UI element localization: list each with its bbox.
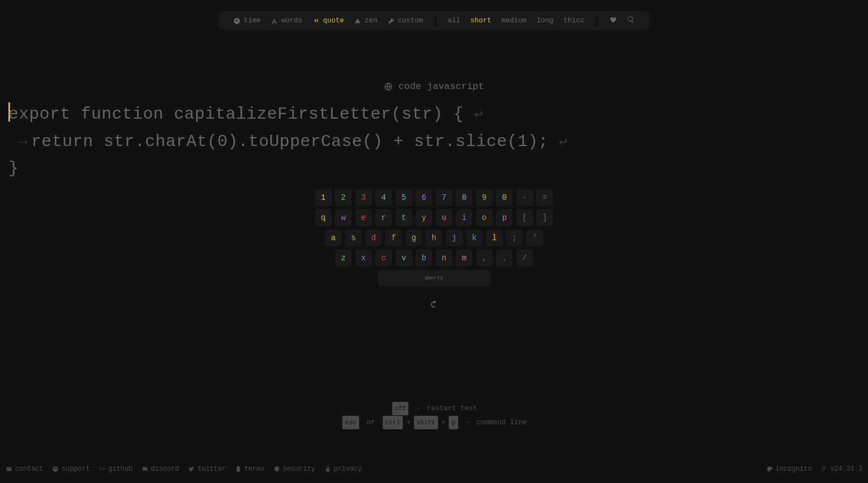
hint-commandline: esc or ctrl+shift+p - command line bbox=[341, 416, 526, 430]
extra-segment bbox=[602, 16, 641, 26]
newline-glyph: ↩ bbox=[474, 106, 483, 123]
length-thicc[interactable]: thicc bbox=[564, 17, 585, 25]
mode-time[interactable]: time bbox=[233, 17, 261, 25]
keymap-key: n bbox=[436, 250, 452, 266]
mode-custom[interactable]: custom bbox=[387, 17, 423, 25]
mode-words-label: words bbox=[281, 17, 303, 25]
newline-glyph: ↩ bbox=[559, 134, 568, 151]
keymap-key: t bbox=[395, 209, 412, 226]
language-label: code javascript bbox=[398, 81, 484, 92]
keymap-key: c bbox=[375, 250, 392, 266]
mode-quote-label: quote bbox=[323, 17, 344, 25]
zen-icon bbox=[354, 17, 361, 25]
doc-icon bbox=[235, 466, 242, 472]
keymap-key: e bbox=[355, 209, 372, 226]
keymap-space: qwerty bbox=[378, 270, 490, 287]
keymap-key: s bbox=[345, 229, 362, 246]
footer-right: incognito v24.31.3 bbox=[766, 465, 862, 473]
keycap-ctrl: ctrl bbox=[383, 416, 403, 429]
keymap-key: j bbox=[446, 229, 463, 246]
length-all[interactable]: all bbox=[448, 17, 461, 25]
hint-restart-label: restart test bbox=[427, 405, 477, 412]
keymap-key: [ bbox=[516, 209, 533, 226]
keymap-key: o bbox=[476, 209, 493, 226]
search-icon bbox=[627, 16, 635, 24]
keymap-row: qwerty bbox=[378, 270, 490, 287]
keymap-key: y bbox=[416, 209, 432, 226]
keymap-key: 6 bbox=[416, 189, 432, 206]
footer-contact[interactable]: contact bbox=[6, 465, 43, 473]
keymap-row: 1234567890-= bbox=[315, 189, 553, 206]
keymap-key: z bbox=[335, 250, 352, 266]
length-medium[interactable]: medium bbox=[502, 17, 527, 25]
keymap-key: 0 bbox=[496, 189, 513, 206]
keymap-key: ' bbox=[526, 229, 543, 246]
a-icon bbox=[271, 17, 278, 25]
keymap-key: b bbox=[416, 250, 432, 266]
length-long[interactable]: long bbox=[537, 17, 554, 25]
heart-icon bbox=[609, 16, 617, 24]
keymap-key: x bbox=[355, 250, 372, 266]
keyboard-hints: off - restart test esc or ctrl+shift+p -… bbox=[341, 402, 526, 430]
keycap-off: off bbox=[392, 402, 409, 415]
favorite-button[interactable] bbox=[609, 16, 617, 26]
typing-line-2: return str.charAt(0).toUpperCase() + str… bbox=[31, 132, 549, 151]
keymap-key: f bbox=[385, 229, 402, 246]
keymap-row: asdfghjkl;' bbox=[325, 229, 543, 246]
config-divider bbox=[435, 15, 437, 27]
length-segment: all short medium long thicc bbox=[441, 17, 592, 25]
keymap-key: a bbox=[325, 229, 342, 246]
keymap-key: i bbox=[456, 209, 473, 226]
config-divider bbox=[596, 15, 598, 27]
footer-security[interactable]: security bbox=[273, 465, 315, 473]
mode-time-label: time bbox=[244, 17, 261, 25]
keymap-key: - bbox=[516, 189, 533, 206]
keymap-key: 7 bbox=[436, 189, 452, 206]
typing-area[interactable]: export function capitalizeFirstLetter(st… bbox=[8, 101, 860, 182]
mode-zen[interactable]: zen bbox=[354, 17, 378, 25]
keymap-key: 8 bbox=[456, 189, 473, 206]
footer-discord[interactable]: discord bbox=[141, 465, 179, 473]
footer-privacy[interactable]: privacy bbox=[324, 465, 362, 473]
footer-version[interactable]: v24.31.3 bbox=[820, 465, 862, 473]
mail-icon bbox=[6, 466, 12, 472]
lock-icon bbox=[324, 466, 331, 472]
length-short[interactable]: short bbox=[470, 17, 492, 25]
keymap-key: v bbox=[395, 250, 412, 266]
twitter-icon bbox=[188, 466, 195, 472]
keycap-esc: esc bbox=[342, 416, 359, 429]
keymap-key: k bbox=[466, 229, 483, 246]
footer-support[interactable]: support bbox=[52, 465, 89, 473]
mode-segment: time words quote zen custom bbox=[227, 17, 430, 25]
search-button[interactable] bbox=[627, 16, 635, 26]
keymap-key: / bbox=[516, 250, 533, 266]
keymap-key: g bbox=[405, 229, 422, 246]
keymap-key: , bbox=[476, 250, 493, 266]
restart-button[interactable] bbox=[429, 299, 439, 312]
wrench-icon bbox=[387, 17, 394, 25]
hint-restart: off - restart test bbox=[341, 402, 526, 416]
keymap-key: 3 bbox=[355, 189, 372, 206]
keymap-key: l bbox=[486, 229, 503, 246]
shield-icon bbox=[273, 466, 280, 472]
keycap-shift: shift bbox=[414, 416, 438, 429]
clock-icon bbox=[233, 17, 240, 25]
footer: contact support github discord twitter t… bbox=[6, 465, 862, 473]
indent-glyph: → bbox=[19, 134, 28, 151]
footer-github[interactable]: github bbox=[99, 465, 133, 473]
palette-icon bbox=[766, 466, 773, 472]
keycap-p: p bbox=[449, 416, 459, 429]
footer-twitter[interactable]: twitter bbox=[188, 465, 225, 473]
footer-incognito[interactable]: incognito bbox=[766, 465, 812, 473]
mode-words[interactable]: words bbox=[271, 17, 303, 25]
language-selector[interactable]: code javascript bbox=[384, 81, 484, 92]
keymap-key: . bbox=[496, 250, 513, 266]
keymap-key: 5 bbox=[395, 189, 412, 206]
keymap-key: r bbox=[375, 209, 392, 226]
typing-line-3: } bbox=[8, 159, 19, 178]
keymap-layout-label: qwerty bbox=[425, 275, 443, 281]
mode-quote[interactable]: quote bbox=[312, 17, 344, 25]
keymap-key: 4 bbox=[375, 189, 392, 206]
footer-terms[interactable]: terms bbox=[235, 465, 265, 473]
keymap-key: 1 bbox=[315, 189, 332, 206]
